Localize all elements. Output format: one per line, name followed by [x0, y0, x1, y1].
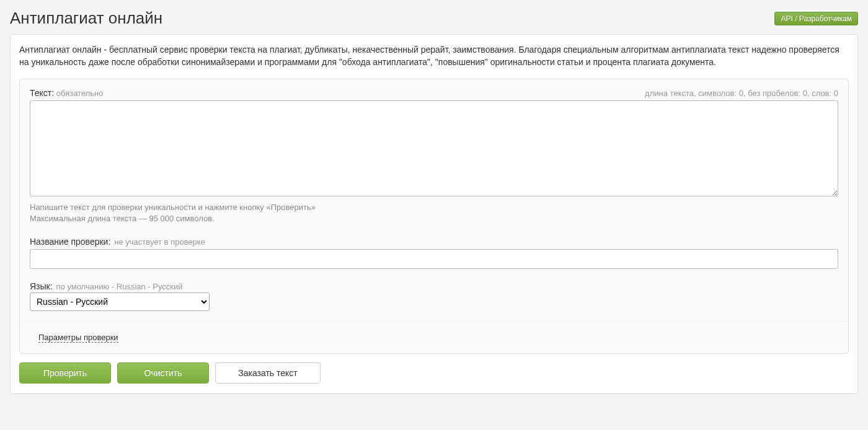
check-title-input[interactable]	[30, 249, 838, 269]
api-developers-button[interactable]: API / Разработчикам	[774, 12, 858, 25]
text-help-line2: Максимальная длина текста — 95 000 симво…	[30, 213, 838, 224]
language-label-hint: по умолчанию - Russian - Русский	[56, 282, 183, 291]
text-input[interactable]	[30, 100, 838, 196]
stats-words-value: 0	[834, 89, 838, 98]
stats-words-label: , слов:	[807, 89, 831, 98]
stats-nospace-value: 0	[803, 89, 807, 98]
title-label: Название проверки:	[30, 237, 110, 247]
form-panel: Текст: обязательно длина текста, символо…	[19, 79, 849, 354]
action-bar: Проверить Очистить Заказать текст	[19, 354, 849, 384]
stats-chars-value: 0	[739, 89, 743, 98]
clear-button[interactable]: Очистить	[117, 362, 209, 384]
language-select[interactable]: Russian - Русский	[30, 292, 210, 311]
text-stats: длина текста, символов: 0, без пробелов:…	[645, 89, 838, 98]
order-text-button[interactable]: Заказать текст	[215, 362, 321, 384]
main-container: Антиплагиат онлайн - бесплатный сервис п…	[10, 34, 858, 394]
check-button[interactable]: Проверить	[19, 362, 111, 384]
stats-nospace-label: , без пробелов:	[743, 89, 800, 98]
text-label-hint: обязательно	[56, 89, 104, 98]
text-label: Текст:	[30, 88, 54, 98]
language-label: Язык:	[30, 281, 53, 291]
intro-text: Антиплагиат онлайн - бесплатный сервис п…	[19, 43, 849, 69]
text-help-line1: Напишите текст для проверки уникальности…	[30, 202, 838, 213]
stats-chars-label: длина текста, символов:	[645, 89, 737, 98]
title-label-hint: не участвует в проверке	[114, 237, 205, 247]
page-title: Антиплагиат онлайн	[10, 9, 162, 28]
check-parameters-link[interactable]: Параметры проверки	[38, 333, 118, 343]
